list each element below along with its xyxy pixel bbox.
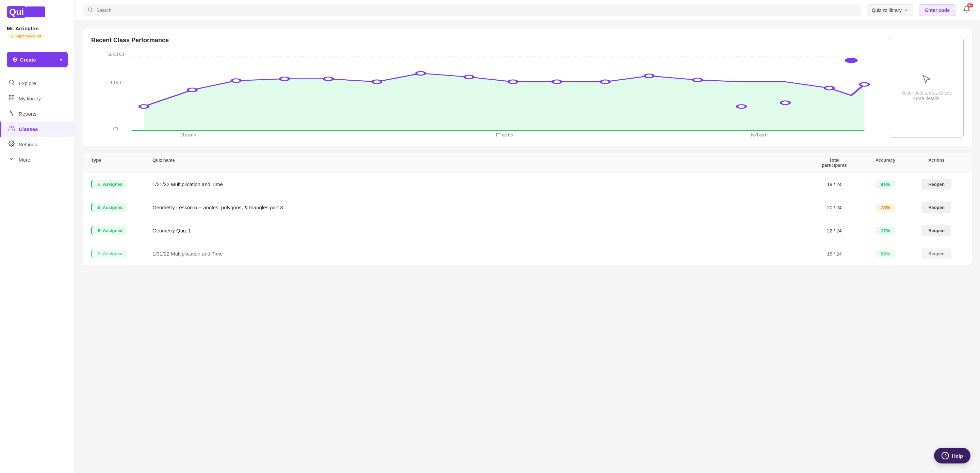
chart-point[interactable] [645,74,654,78]
super-badge: ⚡ Super account [7,33,44,39]
user-name: Mr. Arrington [7,25,68,31]
sidebar-item-label: My library [19,96,41,101]
table-header: Type Quiz name Totalparticipants Accurac… [83,153,972,173]
accuracy-badge: 91% [876,180,895,188]
action-cell: Reopen [909,179,964,190]
col-quiz-name: Quiz name [153,158,807,168]
cursor-icon [921,73,931,86]
create-label: Create [20,57,36,63]
enter-code-button[interactable]: Enter code [919,5,956,16]
help-label: Help [952,453,963,459]
chart-point[interactable] [280,77,289,81]
chart-point[interactable] [781,101,790,105]
sidebar-item-more[interactable]: More [0,152,75,167]
row-type: Assigned [91,226,153,235]
svg-rect-5 [9,98,11,100]
library-label: Quizizz library [872,8,902,13]
sidebar-item-label: More [19,157,30,162]
chart-point[interactable] [737,105,746,108]
chart-point[interactable] [553,80,562,84]
settings-icon [8,140,14,148]
sidebar-item-classes[interactable]: Classes [0,121,75,137]
row-type: Assigned [91,180,153,188]
svg-rect-4 [12,98,14,100]
chart-point[interactable] [601,80,610,84]
quiz-name: 1/21/22 Multiplication and Time [153,182,807,187]
chart-point[interactable] [232,79,240,83]
type-badge-assigned: Assigned [91,249,127,258]
sidebar-item-label: Settings [19,142,37,147]
col-participants: Totalparticipants [807,158,862,168]
chart-point[interactable] [825,86,834,90]
type-badge-assigned: Assigned [91,226,127,235]
sidebar-item-explore[interactable]: Explore [0,76,75,91]
chart-point-active[interactable] [846,58,856,63]
participants-count: 20 / 24 [807,205,862,210]
chart-point[interactable] [140,105,148,108]
participants-count: 22 / 24 [807,228,862,233]
chart-area: Recent Class Performance 100 60 0 Jan Fe… [91,37,882,138]
accuracy-cell: 77% [862,227,909,235]
reopen-button[interactable]: Reopen [921,179,951,190]
svg-text:Jan: Jan [179,132,196,137]
chart-point[interactable] [693,78,702,82]
type-badge-assigned: Assigned [91,180,127,188]
notification-badge: 9+ [967,3,973,8]
table-row: Assigned Geometry Quiz 1 22 / 24 77% Reo… [83,219,972,242]
create-button[interactable]: ⊕ Create ▾ [7,52,68,67]
chart-card: Recent Class Performance 100 60 0 Jan Fe… [83,29,972,146]
col-accuracy: Accuracy [862,158,909,168]
accuracy-cell: 85% [862,250,909,258]
search-icon [88,7,93,13]
svg-text:0: 0 [113,126,119,131]
chart-point[interactable] [416,72,425,75]
sidebar-item-settings[interactable]: Settings [0,137,75,152]
participants-count: 18 / 24 [807,251,862,256]
help-circle-icon: ? [942,452,949,459]
quiz-table: Type Quiz name Totalparticipants Accurac… [83,153,972,265]
chart-point[interactable] [509,80,517,84]
reports-icon [8,110,14,118]
content-area: Recent Class Performance 100 60 0 Jan Fe… [75,21,980,473]
action-cell: Reopen [909,202,964,213]
chart-point[interactable] [465,75,473,79]
svg-line-1 [13,83,14,84]
search-input[interactable] [96,8,856,13]
chart-title: Recent Class Performance [91,37,882,44]
chart-point[interactable] [372,80,381,84]
notification-button[interactable]: 9+ [962,4,972,16]
quiz-name: Geometry Lesson 5 -- angles, polygons, &… [153,204,807,210]
reopen-button[interactable]: Reopen [921,202,951,213]
svg-text:Feb: Feb [495,132,513,137]
help-button[interactable]: ? Help [934,448,970,463]
search-box[interactable] [83,5,861,16]
svg-text:60: 60 [110,80,121,85]
accuracy-badge: 85% [876,250,895,258]
reopen-button[interactable]: Reopen [921,225,951,236]
action-cell: Reopen [909,248,964,259]
reopen-button[interactable]: Reopen [921,248,951,259]
type-badge-assigned: Assigned [91,203,127,212]
svg-rect-2 [9,95,11,97]
quiz-name: 1/31/22 Multiplication and Time [153,251,807,256]
chart-point[interactable] [324,77,333,81]
svg-point-8 [89,8,92,11]
sidebar-item-reports[interactable]: Reports [0,106,75,121]
svg-point-6 [10,126,12,128]
classes-icon [8,125,14,133]
quiz-name: Geometry Quiz 1 [153,228,807,233]
chart-point[interactable] [188,88,197,92]
svg-text:100: 100 [107,52,124,57]
action-cell: Reopen [909,225,964,236]
performance-chart: 100 60 0 Jan Feb Mar [91,49,882,138]
library-dropdown[interactable]: Quizizz library [867,5,913,16]
chart-point[interactable] [860,83,869,86]
participants-count: 19 / 24 [807,182,862,187]
nav-items: Explore My library Reports Classes Setti… [0,73,75,466]
sidebar-item-label: Classes [19,126,38,132]
svg-line-9 [91,11,92,11]
create-plus-icon: ⊕ [12,56,18,63]
chart-container: 100 60 0 Jan Feb Mar [91,49,882,138]
accuracy-cell: 73% [862,204,909,212]
sidebar-item-my-library[interactable]: My library [0,91,75,106]
